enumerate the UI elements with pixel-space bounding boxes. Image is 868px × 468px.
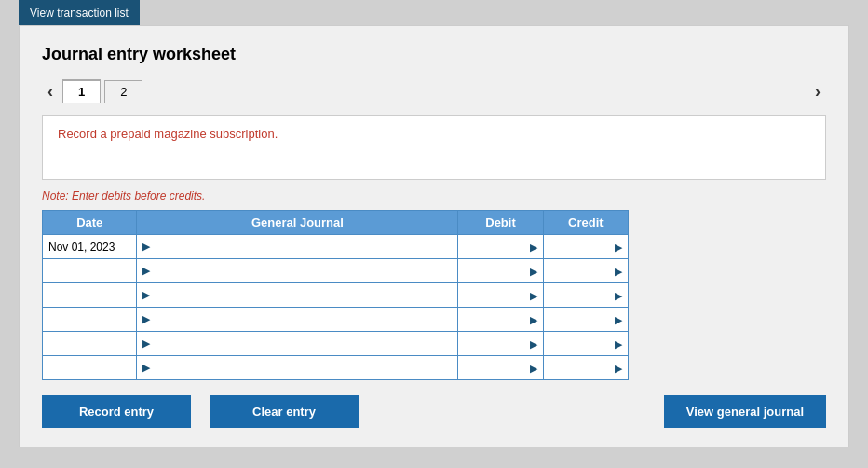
tab-prev-arrow[interactable]: ‹ xyxy=(42,80,59,103)
view-general-journal-button[interactable]: View general journal xyxy=(664,395,826,428)
debit-arrow-icon: ▶ xyxy=(530,363,537,374)
credit-arrow-icon: ▶ xyxy=(615,363,622,374)
table-row: ▶▶▶ xyxy=(43,332,629,356)
note-text: Note: Enter debits before credits. xyxy=(42,189,826,202)
credit-arrow-icon: ▶ xyxy=(615,314,622,325)
table-row: ▶▶▶ xyxy=(43,283,629,308)
tab-next-arrow[interactable]: › xyxy=(809,80,826,103)
tabs-row: ‹ 1 2 › xyxy=(42,79,826,103)
credit-arrow-icon: ▶ xyxy=(615,290,622,301)
debit-cell[interactable]: ▶ xyxy=(458,235,543,259)
col-date: Date xyxy=(43,211,137,235)
debit-cell[interactable]: ▶ xyxy=(458,308,543,332)
debit-arrow-icon: ▶ xyxy=(530,338,537,350)
date-cell[interactable] xyxy=(43,283,137,308)
cell-arrow-icon: ▶ xyxy=(142,265,150,277)
tab-2[interactable]: 2 xyxy=(104,80,142,103)
bottom-buttons: Record entry Clear entry View general jo… xyxy=(42,395,826,428)
credit-cell[interactable]: ▶ xyxy=(543,235,628,259)
journal-cell[interactable]: ▶ xyxy=(137,332,458,356)
date-cell[interactable] xyxy=(43,356,137,380)
cell-arrow-icon: ▶ xyxy=(142,362,150,374)
worksheet-container: Journal entry worksheet ‹ 1 2 › Record a… xyxy=(19,25,849,447)
date-cell[interactable] xyxy=(43,308,137,332)
credit-cell[interactable]: ▶ xyxy=(543,259,628,283)
clear-entry-button[interactable]: Clear entry xyxy=(210,395,359,428)
col-general-journal: General Journal xyxy=(137,211,458,235)
date-cell[interactable] xyxy=(43,332,137,356)
col-debit: Debit xyxy=(458,211,543,235)
date-cell[interactable]: Nov 01, 2023 xyxy=(43,235,137,259)
table-row: ▶▶▶ xyxy=(43,356,629,380)
debit-cell[interactable]: ▶ xyxy=(458,259,543,283)
cell-arrow-icon: ▶ xyxy=(142,313,150,325)
debit-cell[interactable]: ▶ xyxy=(458,356,543,380)
cell-arrow-icon: ▶ xyxy=(142,241,150,253)
instruction-text: Record a prepaid magazine subscription. xyxy=(58,127,278,141)
cell-arrow-icon: ▶ xyxy=(142,337,150,350)
credit-arrow-icon: ▶ xyxy=(615,241,622,253)
journal-cell[interactable]: ▶ xyxy=(137,235,458,259)
table-row: Nov 01, 2023▶▶▶ xyxy=(43,235,629,259)
journal-cell[interactable]: ▶ xyxy=(137,308,458,332)
instruction-box: Record a prepaid magazine subscription. xyxy=(42,115,826,180)
tab-1[interactable]: 1 xyxy=(62,79,101,103)
credit-cell[interactable]: ▶ xyxy=(543,283,628,308)
debit-arrow-icon: ▶ xyxy=(530,314,537,325)
journal-cell[interactable]: ▶ xyxy=(137,259,458,283)
debit-arrow-icon: ▶ xyxy=(530,290,537,301)
cell-arrow-icon: ▶ xyxy=(142,289,150,301)
top-bar-container: View transaction list xyxy=(0,0,868,25)
credit-cell[interactable]: ▶ xyxy=(543,332,628,356)
credit-cell[interactable]: ▶ xyxy=(543,356,628,380)
table-row: ▶▶▶ xyxy=(43,308,629,332)
credit-arrow-icon: ▶ xyxy=(615,266,622,277)
top-bar-label: View transaction list xyxy=(30,7,129,20)
journal-cell[interactable]: ▶ xyxy=(137,356,458,380)
journal-table: Date General Journal Debit Credit Nov 01… xyxy=(42,210,629,380)
debit-arrow-icon: ▶ xyxy=(530,241,537,253)
credit-cell[interactable]: ▶ xyxy=(543,308,628,332)
table-row: ▶▶▶ xyxy=(43,259,629,283)
date-cell[interactable] xyxy=(43,259,137,283)
worksheet-title: Journal entry worksheet xyxy=(42,45,826,64)
col-credit: Credit xyxy=(543,211,628,235)
record-entry-button[interactable]: Record entry xyxy=(42,395,191,428)
debit-cell[interactable]: ▶ xyxy=(458,283,543,308)
journal-cell[interactable]: ▶ xyxy=(137,283,458,308)
view-transaction-btn[interactable]: View transaction list xyxy=(19,0,140,25)
credit-arrow-icon: ▶ xyxy=(615,338,622,350)
debit-cell[interactable]: ▶ xyxy=(458,332,543,356)
debit-arrow-icon: ▶ xyxy=(530,266,537,277)
